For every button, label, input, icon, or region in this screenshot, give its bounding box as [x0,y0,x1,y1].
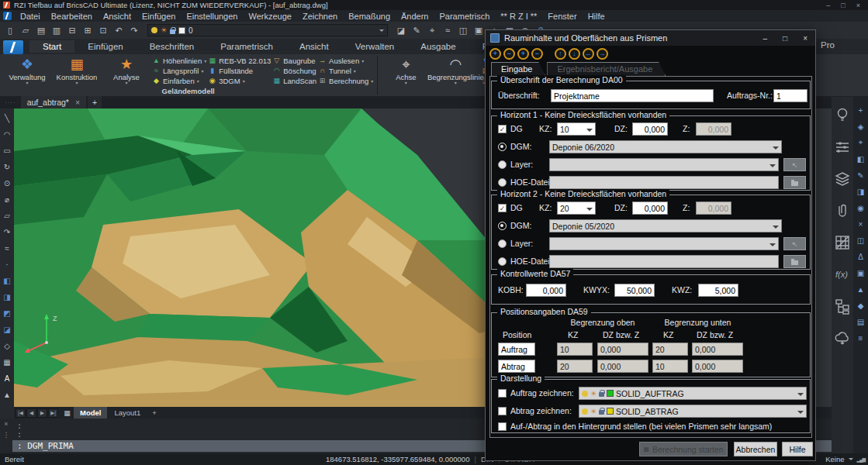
hoe-input[interactable] [549,255,779,268]
kz-unten-field[interactable]: 10 [652,360,688,373]
window-minimize-button[interactable]: – [826,2,830,9]
strip-tool-icon-14[interactable]: ≡ [855,332,866,343]
chevron-down-icon[interactable] [379,29,384,34]
menu-bemaßung[interactable]: Bemaßung [343,12,396,21]
arc-tool-icon[interactable]: ◠ [1,126,13,143]
dialog-maximize-button[interactable]: □ [783,34,787,43]
abtrag-layer-combo[interactable]: ☀ SOLID_ABTRAG [579,405,807,418]
hoe-input[interactable] [549,176,779,189]
save-as-icon[interactable]: ▥ [50,23,64,37]
pick-point-icon[interactable]: ⌖ [425,23,439,37]
text-tool-icon[interactable]: A [1,370,13,387]
zoom-in-icon[interactable]: + [489,48,501,60]
command-panel-handle[interactable]: ⋮ [3,431,10,439]
dgm-radio-selected[interactable] [498,222,507,230]
dgm-select[interactable]: Deponie 06/2020 [549,140,782,153]
ribbon-tab-beschriften[interactable]: Beschriften [137,40,208,53]
open-file-icon[interactable]: ▱ [19,23,33,37]
strip-tool-icon-3[interactable]: ◧ [855,153,866,164]
new-file-icon[interactable]: ▯ [3,23,17,37]
auftrag-zeichnen-checkbox[interactable] [498,389,507,398]
window-close-button[interactable]: × [856,2,860,9]
status-workspace[interactable]: Keine [825,455,844,463]
ribbon-button-landscan[interactable]: ▦LandScan [272,76,316,85]
layout-grid-icon[interactable]: ▦ [61,409,73,417]
strip-tool-icon-13[interactable]: ▤ [855,316,866,327]
bricscad-logo-icon[interactable] [3,12,12,20]
menu-zeichnen[interactable]: Zeichnen [297,12,343,21]
strip-tool-icon-6[interactable]: ◉ [855,202,866,213]
kz-oben-field[interactable]: 20 [557,360,593,373]
edit-icon[interactable]: ✎ [410,23,424,37]
rectangle-tool-icon[interactable]: ▭ [1,143,13,159]
polygon-tool-icon[interactable]: ▱ [1,208,13,224]
menu-bearbeiten[interactable]: Bearbeiten [46,12,98,21]
abbrechen-button[interactable]: Abbrechen [734,442,777,456]
menu-ansicht[interactable]: Ansicht [98,12,137,21]
dialog-close-button[interactable]: × [803,34,807,43]
chevron-down-icon[interactable] [797,393,804,399]
publish-icon[interactable]: ⊡ [96,23,110,37]
chevron-down-icon[interactable] [773,146,779,153]
layer-combo[interactable]: ☀ 0 [147,24,388,36]
add-layout-button[interactable]: + [147,407,161,418]
ribbon-button-auslesen[interactable]: →Auslesen▾ [318,56,373,65]
ribbon-tab-parametrisch[interactable]: Parametrisch [207,40,286,53]
save-icon[interactable]: ▤ [34,23,48,37]
minus-icon[interactable]: − [531,48,543,60]
dz-input[interactable]: 0,000 [632,122,668,136]
panel-icon[interactable]: ◫ [456,23,470,37]
document-tab-close-icon[interactable]: × [75,98,80,107]
berechnung-starten-button[interactable]: ▦ Berechnung starten [639,442,728,456]
menu-einfügen[interactable]: Einfügen [137,12,181,21]
strip-tool-icon-10[interactable]: ▣ [855,267,866,278]
line-tool-icon[interactable]: ╲ [1,110,13,126]
spline-tool-icon[interactable]: ↷ [1,224,13,240]
strip-tool-icon-4[interactable]: ✎ [855,170,866,181]
ribbon-button-berechnung[interactable]: ⊞Berechnung▾ [318,76,373,85]
performance-icon[interactable]: ▂▄▆ [857,456,865,462]
layout-nav-2[interactable]: ▶ [37,408,47,418]
dg-checkbox[interactable]: ✓ [498,125,507,133]
hoe-browse-button[interactable] [783,255,806,268]
layer-color-swatch[interactable] [178,27,185,34]
solid-intersect-tool-icon[interactable]: ◪ [1,322,13,338]
plot-icon[interactable]: ⊟ [65,23,79,37]
sliders-icon[interactable] [833,138,852,157]
circle-tool-icon[interactable]: ⊙ [1,175,13,191]
tree-icon[interactable] [833,297,852,315]
chevron-down-icon[interactable] [586,129,593,135]
window-maximize-button[interactable]: □ [841,2,845,9]
document-tab-active[interactable]: auf_abtrag* × [21,96,86,108]
layer-freeze-icon[interactable]: ☀ [161,27,167,33]
region-tool-icon[interactable]: ◇ [1,338,13,354]
dg-checkbox[interactable]: ✓ [498,204,507,212]
ribbon-button-konstruktion[interactable]: ▦Konstruktion▾ [53,55,101,85]
layer-pick-button[interactable]: ↖ [783,158,806,171]
ribbon-tab-start[interactable]: Start [29,40,74,53]
plus-icon[interactable]: + [517,48,529,60]
ribbon-tab-pro[interactable]: Pro [821,40,835,50]
ribbon-button-begrenzungslinie[interactable]: ◠Begrenzungslinie▾ [431,55,479,85]
layer-select[interactable] [549,158,779,171]
ribbon-tab-ausgabe[interactable]: Ausgabe [407,40,469,53]
new-document-tab-button[interactable]: + [88,96,102,108]
layer-select[interactable] [549,237,779,250]
ribbon-button-verwaltung[interactable]: ❖Verwaltung▾ [3,55,51,85]
kobh-input[interactable]: 0,000 [526,284,566,297]
ribbon-button-tunnel[interactable]: ∩Tunnel▾ [318,66,373,75]
ribbon-button-achse[interactable]: ⌖Achse▾ [382,55,430,85]
sketch-tool-icon[interactable]: ≈ [1,240,13,257]
dgm-radio-selected[interactable] [498,143,507,151]
tab-ergebnisbericht[interactable]: Ergebnisbericht/Ausgabe [547,62,666,76]
menu-fenster[interactable]: Fenster [542,12,582,21]
layout-nav-3[interactable]: ▶| [48,408,58,418]
layer-radio[interactable] [498,239,507,248]
hoe-radio[interactable] [498,257,507,266]
chevron-down-icon[interactable] [586,208,593,214]
kz-select[interactable]: 20 [557,202,596,215]
layer-lock-icon[interactable] [170,29,175,34]
strip-tool-icon-8[interactable]: ◫ [855,235,866,246]
layers-icon[interactable] [833,170,852,188]
ribbon-tab-einfügen[interactable]: Einfügen [74,40,136,53]
